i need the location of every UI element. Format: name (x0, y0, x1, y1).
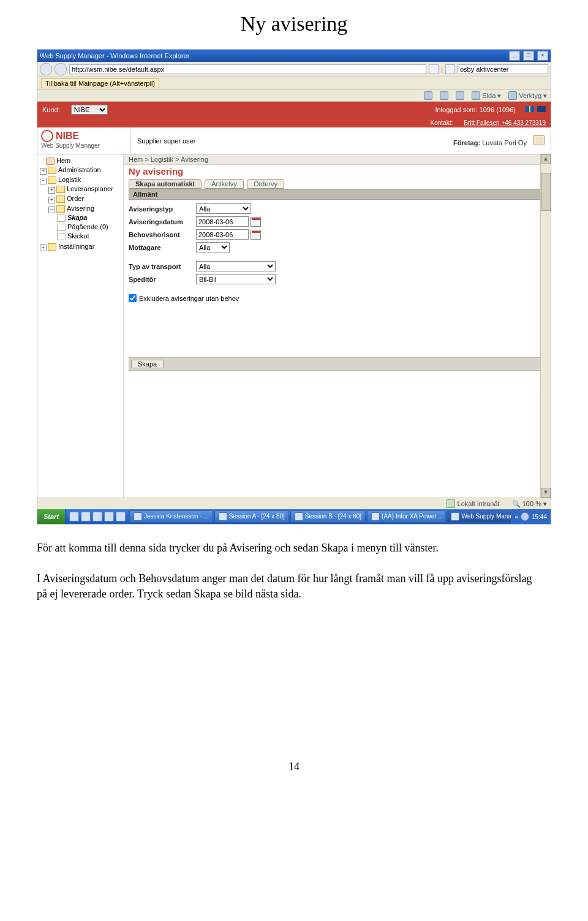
page-title: Ny avisering (124, 165, 551, 179)
sidebar-item-leveransplaner[interactable]: +Leveransplaner (48, 184, 122, 194)
label-aviseringstyp: Aviseringstyp (129, 205, 196, 213)
label-behovshorisont: Behovshorisont (129, 231, 196, 238)
action-bar: Skapa (129, 357, 546, 371)
maximize-button[interactable]: □ (523, 51, 534, 61)
form-area: Aviseringstyp Alla Aviseringsdatum Behov… (129, 202, 546, 302)
label-aviseringsdatum: Aviseringsdatum (129, 218, 196, 226)
tools-menu[interactable]: Verktyg ▾ (508, 91, 547, 100)
sidebar-item-skapa[interactable]: Skapa (57, 213, 122, 222)
kund-select[interactable]: NIBE (71, 105, 108, 115)
home-icon[interactable] (424, 91, 432, 100)
sidebar-item-avisering[interactable]: −Avisering Skapa Pågående (0) Skickat (48, 204, 122, 241)
select-mottagare[interactable]: Alla (196, 242, 230, 252)
zone-text: Lokalt intranät (458, 500, 500, 507)
calendar-icon[interactable] (251, 230, 261, 240)
minimize-button[interactable]: _ (509, 51, 520, 61)
tab-skapa-automatiskt[interactable]: Skapa automatiskt (129, 179, 202, 189)
customer-band: Kund: NIBE Inloggad som: 1096 (1096) (37, 102, 551, 118)
sidebar-item-installningar[interactable]: +Inställningar (40, 242, 122, 252)
print-icon[interactable] (456, 91, 464, 100)
search-provider-icon[interactable] (445, 64, 455, 74)
breadcrumb: Hem > Logistik > Avisering (124, 154, 551, 165)
content-scrollbar[interactable]: ▲ ▼ (540, 154, 551, 498)
page-menu[interactable]: Sida ▾ (472, 91, 501, 100)
url-input[interactable] (69, 64, 426, 74)
ql-outlook-icon[interactable] (81, 512, 91, 521)
language-flags[interactable] (524, 106, 546, 113)
address-bar-row: | (37, 62, 551, 77)
label-mottagare: Mottagare (129, 244, 196, 251)
system-tray[interactable]: « 15:44 (511, 509, 551, 524)
select-typ-av-transport[interactable]: Alla (196, 261, 276, 271)
checkbox-exkludera-label: Exkludera aviseringar utan behov (139, 295, 239, 302)
tray-icon[interactable] (521, 512, 529, 521)
task-item-active[interactable]: Web Supply Mana... (447, 510, 511, 523)
task-item[interactable]: Session A - [24 x 80] (214, 510, 289, 523)
command-bar: Sida ▾ Verktyg ▾ (37, 90, 551, 102)
start-button[interactable]: Start (37, 509, 66, 524)
nav-forward-icon[interactable] (55, 63, 67, 75)
window-title-text: Web Supply Manager - Windows Internet Ex… (40, 52, 189, 59)
zone-icon (447, 499, 455, 508)
document-title: Ny avisering (37, 12, 551, 36)
browser-search-input[interactable] (458, 64, 548, 74)
input-aviseringsdatum[interactable] (196, 216, 249, 227)
ql-app-icon[interactable] (104, 512, 114, 521)
section-allmant: Allmänt (129, 189, 546, 200)
company-block: Företag: Luvata Pori Oy (453, 135, 545, 146)
clock: 15:44 (532, 514, 547, 520)
refresh-icon[interactable] (429, 64, 439, 74)
back-toolbar: Tillbaka till Mainpage (Alt+vänsterpil) (37, 77, 551, 90)
tab-ordervy[interactable]: Ordervy (247, 179, 284, 189)
scroll-down-icon[interactable]: ▼ (541, 488, 551, 498)
logout-icon[interactable] (533, 135, 545, 145)
input-behovshorisont[interactable] (196, 229, 249, 240)
sidebar-item-hem[interactable]: Hem (40, 156, 122, 165)
window-titlebar: Web Supply Manager - Windows Internet Ex… (37, 50, 551, 62)
task-item[interactable]: Jessica Kristensson - ... (129, 510, 213, 523)
kontakt-label: Kontakt: (431, 119, 453, 126)
close-button[interactable]: × (537, 51, 548, 61)
flag-se-icon[interactable] (526, 106, 534, 112)
logged-in-text: Inloggad som: 1096 (1096) (435, 106, 515, 113)
brand-subtitle: Web Supply Manager (41, 142, 127, 149)
main-content: Hem > Logistik > Avisering Ny avisering … (124, 154, 551, 498)
ql-app2-icon[interactable] (116, 512, 126, 521)
quick-launch (66, 509, 129, 524)
sidebar-item-order[interactable]: +Order (48, 194, 122, 204)
ql-desktop-icon[interactable] (92, 512, 102, 521)
select-speditor[interactable]: Bil-Bil (196, 274, 276, 284)
nav-back-icon[interactable] (40, 63, 52, 75)
brand-and-user-row: NIBE Web Supply Manager Supplier super u… (37, 127, 551, 154)
brand-box: NIBE Web Supply Manager (37, 127, 131, 154)
kontakt-link[interactable]: Britt Fallesen +46 433 273319 (464, 119, 546, 126)
label-speditor: Speditör (129, 276, 196, 283)
sidebar-item-administration[interactable]: +Administration (40, 165, 122, 175)
tab-row: Skapa automatiskt Artikelvy Ordervy (124, 179, 551, 189)
select-aviseringstyp[interactable]: Alla (196, 203, 251, 214)
body-paragraph-2: I Aviseringsdatum och Behovsdatum anger … (37, 571, 539, 601)
page-number: 14 (37, 760, 551, 773)
company-label: Företag: (453, 139, 480, 146)
task-item[interactable]: Session B - [24 x 80] (290, 510, 366, 523)
feeds-icon[interactable] (440, 91, 448, 100)
user-role: Supplier super user (137, 137, 195, 145)
scroll-thumb[interactable] (541, 173, 551, 211)
tab-artikelvy[interactable]: Artikelvy (205, 179, 244, 189)
back-to-mainpage-button[interactable]: Tillbaka till Mainpage (Alt+vänsterpil) (41, 78, 159, 88)
flag-gb-icon[interactable] (537, 106, 546, 112)
calendar-icon[interactable] (251, 217, 261, 227)
nav-sidebar: Hem +Administration −Logistik +Leveransp… (37, 154, 124, 498)
contact-band: Kontakt: Britt Fallesen +46 433 273319 (37, 118, 551, 127)
sidebar-item-logistik[interactable]: −Logistik +Leveransplaner +Order −Aviser… (40, 175, 122, 242)
scroll-up-icon[interactable]: ▲ (541, 154, 551, 164)
zoom-text[interactable]: 🔍 100 % ▾ (512, 500, 547, 508)
brand-name: NIBE (56, 131, 79, 142)
task-item[interactable]: (AA) Infor XA Power... (367, 510, 445, 523)
ql-ie-icon[interactable] (69, 512, 79, 521)
checkbox-exkludera[interactable] (129, 294, 137, 302)
company-value: Luvata Pori Oy (482, 139, 527, 146)
sidebar-item-skickat[interactable]: Skickat (57, 232, 122, 241)
sidebar-item-pagaende[interactable]: Pågående (0) (57, 222, 122, 232)
skapa-button[interactable]: Skapa (131, 360, 164, 368)
